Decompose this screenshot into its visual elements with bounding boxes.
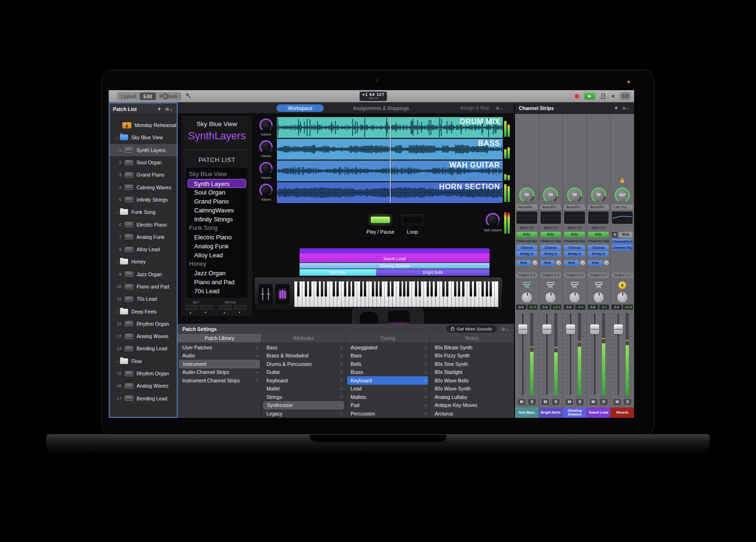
patch-item[interactable]: 4Calming Waves [110,181,177,193]
mute-button[interactable]: M [566,399,573,405]
patchlist-patch[interactable]: Piano and Pad [188,278,246,287]
channel-setting-name[interactable]: Beautiful... [516,204,537,210]
pan-value[interactable]: 0.0 [588,305,598,310]
solo-button[interactable]: S [552,399,559,405]
mini-display[interactable] [275,284,290,304]
library-item[interactable]: Brass & Woodwind› [262,352,345,360]
black-key[interactable] [309,281,311,296]
patchlist-patch[interactable]: Grand Piano [188,197,246,206]
black-key[interactable] [352,281,354,296]
insert-slot[interactable]: ChromaVerb [612,239,633,245]
midi-fx-slot[interactable]: MIDI FX [587,226,610,230]
output-slot[interactable]: Output 1-2 [588,272,610,278]
black-key[interactable] [336,281,339,296]
black-key[interactable] [454,281,456,296]
patch-item[interactable]: 7Analog Funk [110,231,177,243]
fader-cap[interactable] [614,324,623,334]
output-slot[interactable]: Output 1-2 [564,272,585,278]
patch-item[interactable]: 1170s Lead [110,293,177,305]
round-button-icon-2[interactable] [174,93,180,100]
black-key[interactable] [430,281,433,296]
library-item[interactable]: Instrument› [179,360,260,368]
patch-item[interactable]: 10Piano and Pad [110,280,177,293]
volume-fader[interactable] [610,312,634,396]
instrument-slot[interactable]: ES2 [588,232,609,237]
solo-button[interactable]: S [528,399,536,405]
channel-eq-slot[interactable]: Channel EQ [539,239,563,243]
strip-level-knob[interactable]: 127 [615,187,630,203]
black-key[interactable] [442,281,445,296]
mute-button[interactable]: M [541,399,549,405]
black-key[interactable] [372,281,374,296]
layer-bright-bells[interactable]: Bright Bells [376,269,490,276]
strip-level-knob[interactable]: 79 [543,187,558,203]
insert-slot[interactable]: Delay D [516,251,537,257]
solo-button[interactable]: S [600,399,608,405]
patch-down-arrow[interactable]: ▼ [238,311,241,314]
patchlist-set[interactable]: Honey [188,260,246,269]
metronome-icon[interactable] [600,93,606,100]
insert-slot[interactable]: Channel EQ [612,245,633,251]
library-item[interactable]: Percussion› [346,409,430,418]
black-key[interactable] [407,281,409,296]
black-key[interactable] [360,281,362,296]
insert-slot[interactable]: Chorus [564,245,585,251]
strip-name-plate[interactable]: Glowing Shadow [563,407,586,418]
pan-value[interactable]: 0.0 [540,305,550,310]
patchlist-patch[interactable]: Alloy Lead [188,251,246,260]
send-slot[interactable]: Rvb [588,260,603,266]
folder-item[interactable]: ⌄Flow [110,355,177,367]
instrument-slot[interactable]: ES2 [564,232,585,237]
library-item[interactable]: Arcturus [430,409,514,418]
patch-button-2[interactable] [234,305,247,310]
channel-strip[interactable]: 79Beautiful...MIDI FXES2Channel EQChorus… [562,114,586,418]
layout-mode-button[interactable]: Layout [117,93,140,100]
volume-value[interactable]: -9.4 [575,305,585,310]
set-down-arrow[interactable]: ▼ [204,311,207,314]
patch-item[interactable]: 3Grand Piano [110,169,177,181]
output-slot[interactable]: Output 1-2 [611,272,633,278]
patch-item[interactable]: 8Alloy Lead [110,243,177,255]
patch-item[interactable]: 9Jazz Organ [110,268,177,280]
white-key[interactable] [495,281,498,307]
track-volume-knob[interactable] [259,162,273,175]
channel-setting-name[interactable]: Beautiful... [541,204,561,210]
library-item[interactable]: 80s Sine Synth [430,360,514,368]
output-slot[interactable]: Output 1-2 [540,272,562,278]
play-pause-pad[interactable] [368,214,393,227]
black-key[interactable] [481,281,484,296]
patch-item[interactable]: 5Infinity Strings [110,194,177,206]
volume-fader[interactable] [563,312,586,396]
library-item[interactable]: Keyboard› [262,376,345,385]
tab-assignments-mappings[interactable]: Assignments & Mappings [353,104,409,112]
eq-thumbnail[interactable] [564,212,585,224]
tab-notes[interactable]: Notes [430,334,514,342]
folder-item[interactable]: ⌄Funk Song [110,206,177,218]
midi-fx-slot[interactable]: MIDI FX [515,226,539,230]
send-level-knob[interactable] [580,260,585,265]
eq-thumbnail[interactable] [516,212,537,224]
library-item[interactable]: Analog Lullaby [430,393,514,401]
panel-layout-icon[interactable] [620,93,630,100]
fader-cap[interactable] [566,324,575,334]
patch-item[interactable]: 12Rhythm Organ [110,318,177,330]
set-up-arrow[interactable]: ▲ [189,311,192,314]
patch-up-arrow[interactable]: ▲ [223,311,226,314]
midi-fx-slot[interactable]: MIDI FX [539,226,563,230]
library-item[interactable]: Keyboard› [347,376,428,385]
disclosure-triangle-icon[interactable]: ⌄ [115,136,120,140]
channel-eq-slot[interactable]: Channel EQ [563,239,586,243]
library-item[interactable]: Instrument Channel Strips› [178,376,261,385]
channel-setting-name[interactable]: Beautiful... [564,204,585,210]
patch-button-1[interactable] [219,305,232,310]
get-more-sounds-button[interactable]: Get More Sounds [446,325,496,332]
black-key[interactable] [348,281,351,296]
black-key[interactable] [317,281,319,296]
insert-slot[interactable]: Delay D [541,251,561,257]
send-level-knob[interactable] [604,260,609,265]
strip-name-plate[interactable]: Bright Bells [539,407,563,418]
black-key[interactable] [344,281,346,296]
fader-cap[interactable] [590,324,599,334]
black-key[interactable] [321,281,323,296]
eq-thumbnail[interactable] [588,212,609,224]
